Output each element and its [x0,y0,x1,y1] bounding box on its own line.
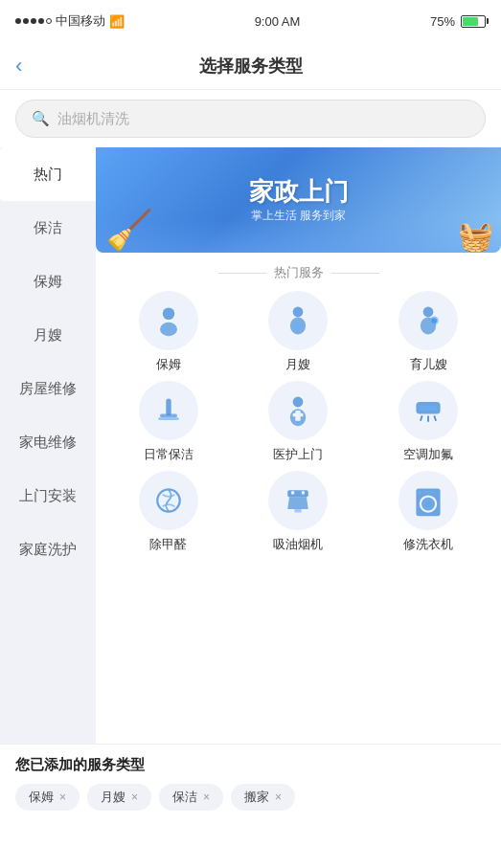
search-input[interactable]: 油烟机清洗 [57,110,129,128]
svg-point-30 [418,491,421,495]
medical-icon-wrap [268,381,328,440]
battery-percent: 75% [430,14,455,29]
sidebar-item-repair[interactable]: 房屋维修 [0,362,96,415]
formaldehyde-icon [151,483,186,518]
svg-point-6 [423,307,434,318]
ac-icon [411,393,445,428]
svg-point-3 [293,307,304,318]
tag-cleaning-close[interactable]: × [203,790,210,804]
svg-rect-16 [293,413,304,417]
tags-row: 保姆 × 月嫂 × 保洁 × 搬家 × [15,784,486,811]
wifi-icon: 📶 [109,14,125,29]
service-grid: 保姆 月嫂 [96,287,501,561]
svg-rect-23 [288,490,309,497]
search-icon: 🔍 [32,110,50,127]
sidebar-item-install[interactable]: 上门安装 [0,469,96,523]
formaldehyde-label: 除甲醛 [149,536,187,553]
daily-clean-icon [151,393,186,428]
tag-nanny-close[interactable]: × [59,790,66,804]
search-bar-wrap: 🔍 油烟机清洗 [0,90,501,147]
section-title: 热门服务 [96,253,501,287]
sidebar: 热门 保洁 保姆 月嫂 房屋维修 家电维修 上门安装 家庭洗护 [0,147,96,744]
banner-sub-text: 掌上生活 服务到家 [249,208,349,224]
tag-nanny[interactable]: 保姆 × [15,784,80,811]
service-item-nanny[interactable]: 保姆 [107,291,230,373]
main-content: 热门 保洁 保姆 月嫂 房屋维修 家电维修 上门安装 家庭洗护 🧹 家政上门 [0,147,501,744]
sidebar-item-maternity[interactable]: 月嫂 [0,308,96,362]
service-item-washer[interactable]: 修洗衣机 [367,471,490,553]
svg-rect-18 [420,406,437,411]
status-left: 中国移动 📶 [15,12,125,30]
nanny-icon-wrap [139,291,198,350]
hood-icon-wrap [268,471,328,530]
service-item-medical[interactable]: 医护上门 [238,381,360,463]
svg-rect-11 [160,414,177,418]
carrier-label: 中国移动 [56,12,105,30]
svg-point-0 [163,308,175,321]
washer-label: 修洗衣机 [403,536,453,553]
banner-figure-right: 🧺 [458,219,493,253]
tag-maternity[interactable]: 月嫂 × [87,784,151,811]
maternity-icon-wrap [268,291,328,350]
sidebar-item-hot[interactable]: 热门 [0,147,96,201]
service-item-daily-clean[interactable]: 日常保洁 [107,381,230,463]
time-label: 9:00 AM [255,14,301,29]
svg-point-25 [291,491,295,495]
formaldehyde-icon-wrap [139,471,198,530]
svg-point-9 [432,318,437,323]
bottom-panel: 您已添加的服务类型 保姆 × 月嫂 × 保洁 × 搬家 × [0,744,501,868]
service-item-ac[interactable]: 空调加氟 [367,381,490,463]
tag-moving[interactable]: 搬家 × [231,784,295,811]
search-bar[interactable]: 🔍 油烟机清洗 [15,100,486,138]
service-item-childcare[interactable]: 育儿嫂 [367,291,490,373]
tag-maternity-close[interactable]: × [131,790,138,804]
svg-line-19 [421,415,422,420]
page-title: 选择服务类型 [199,55,303,78]
hood-label: 吸油烟机 [273,536,323,553]
svg-point-13 [293,397,304,408]
daily-clean-icon-wrap [139,381,198,440]
medical-label: 医护上门 [273,446,323,463]
svg-line-21 [434,415,436,420]
svg-point-5 [294,322,303,332]
daily-clean-label: 日常保洁 [144,446,194,463]
back-button[interactable]: ‹ [15,54,22,78]
signal-dots [15,18,52,24]
sidebar-item-cleaning[interactable]: 保洁 [0,201,96,255]
childcare-icon [411,303,445,338]
sidebar-item-appliance[interactable]: 家电维修 [0,415,96,469]
header: ‹ 选择服务类型 [0,42,501,90]
tag-cleaning[interactable]: 保洁 × [159,784,223,811]
washer-icon [411,483,445,518]
banner-figure-left: 🧹 [105,208,153,253]
maternity-label: 月嫂 [285,356,310,373]
banner-main-text: 家政上门 [249,176,349,209]
added-services-title: 您已添加的服务类型 [15,756,486,774]
maternity-icon [281,303,315,338]
right-content: 🧹 家政上门 掌上生活 服务到家 🧺 热门服务 [96,147,501,744]
svg-rect-12 [158,417,179,420]
washer-icon-wrap [399,471,458,530]
battery-icon [461,15,486,28]
sidebar-item-laundry[interactable]: 家庭洗护 [0,523,96,576]
medical-icon [281,393,315,428]
service-item-formaldehyde[interactable]: 除甲醛 [107,471,230,553]
nanny-icon [151,303,186,338]
status-bar: 中国移动 📶 9:00 AM 75% [0,0,501,42]
childcare-label: 育儿嫂 [410,356,447,373]
svg-rect-31 [424,491,437,494]
service-item-maternity[interactable]: 月嫂 [238,291,360,373]
tag-moving-close[interactable]: × [275,790,282,804]
banner: 🧹 家政上门 掌上生活 服务到家 🧺 [96,147,501,253]
ac-icon-wrap [399,381,458,440]
svg-point-2 [163,325,170,332]
svg-rect-10 [166,398,171,415]
status-right: 75% [430,14,486,29]
childcare-icon-wrap [399,291,458,350]
sidebar-item-nanny[interactable]: 保姆 [0,255,96,308]
ac-label: 空调加氟 [403,446,453,463]
svg-rect-24 [295,507,302,512]
svg-point-26 [302,491,306,495]
service-item-hood[interactable]: 吸油烟机 [238,471,360,553]
nanny-label: 保姆 [156,356,181,373]
